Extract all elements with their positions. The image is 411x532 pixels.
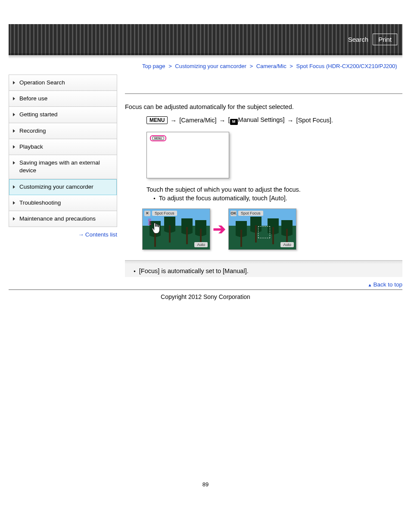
menu-path: MENU [Camera/Mic] [MManual Settings] [Sp… bbox=[146, 116, 402, 124]
sidebar-item-label: Maintenance and precautions bbox=[19, 215, 96, 222]
sidebar-item-label: Getting started bbox=[19, 111, 58, 118]
divider bbox=[125, 93, 402, 94]
main-content: Focus can be adjusted automatically for … bbox=[125, 75, 402, 288]
back-to-top-link[interactable]: ▲Back to top bbox=[125, 281, 402, 288]
sidebar-item-recording[interactable]: Recording bbox=[9, 123, 117, 139]
sidebar-item-customizing[interactable]: Customizing your camcorder bbox=[9, 179, 117, 195]
breadcrumb-category-1[interactable]: Customizing your camcorder bbox=[175, 63, 246, 69]
sidebar-item-getting-started[interactable]: Getting started bbox=[9, 107, 117, 123]
touch-burst-icon: ≡≡ bbox=[148, 218, 151, 226]
sidebar-item-playback[interactable]: Playback bbox=[9, 139, 117, 155]
sidebar-item-before-use[interactable]: Before use bbox=[9, 91, 117, 107]
note-text: [Focus] is automatically set to [Manual]… bbox=[134, 268, 398, 274]
copyright-text: Copyright 2012 Sony Corporation bbox=[9, 293, 402, 300]
sidebar-item-label: Recording bbox=[19, 128, 46, 134]
page-number: 89 bbox=[9, 481, 402, 488]
arrow-right-icon bbox=[219, 117, 226, 124]
back-to-top-label: Back to top bbox=[373, 281, 402, 288]
auto-button-label: Auto bbox=[194, 242, 208, 247]
illustration-after: OK Spot Focus Auto bbox=[228, 208, 296, 250]
breadcrumb-sep: > bbox=[248, 63, 255, 69]
spot-focus-label: Spot Focus bbox=[152, 211, 177, 216]
header-banner: Search Print bbox=[9, 24, 402, 55]
arrow-right-icon: → bbox=[78, 231, 84, 238]
arrow-right-icon bbox=[287, 117, 294, 124]
instruction-text: Touch the subject of which you want to a… bbox=[146, 186, 402, 193]
path-spot-focus: [Spot Focus]. bbox=[296, 117, 333, 124]
sidebar-item-label: Operation Search bbox=[19, 79, 65, 86]
arrow-right-large-icon: ➔ bbox=[213, 221, 226, 237]
sidebar-item-label: Playback bbox=[19, 143, 43, 150]
contents-list-link[interactable]: →Contents list bbox=[9, 231, 117, 238]
instruction-bullet: To adjust the focus automatically, touch… bbox=[153, 195, 402, 202]
auto-button-label: Auto bbox=[280, 242, 294, 247]
sidebar-item-operation-search[interactable]: Operation Search bbox=[9, 75, 117, 91]
menu-box-icon: MENU bbox=[146, 116, 168, 124]
notes-section: [Focus] is automatically set to [Manual]… bbox=[125, 260, 402, 277]
search-link[interactable]: Search bbox=[348, 36, 369, 43]
menu-highlight-icon: MENU bbox=[150, 135, 166, 141]
sidebar-item-label: Saving images with an external device bbox=[19, 159, 100, 174]
intro-text: Focus can be adjusted automatically for … bbox=[125, 103, 402, 110]
focus-frame-icon bbox=[258, 226, 270, 238]
sidebar-item-label: Customizing your camcorder bbox=[19, 184, 93, 190]
illustration-before: ✕ Spot Focus ≡≡ Auto bbox=[142, 208, 210, 250]
arrow-right-icon bbox=[170, 117, 177, 124]
breadcrumb-current: Spot Focus (HDR-CX200/CX210/PJ200) bbox=[296, 63, 397, 69]
close-icon: ✕ bbox=[144, 211, 150, 216]
path-manual-settings: [MManual Settings] bbox=[228, 116, 285, 124]
contents-list-label: Contents list bbox=[85, 231, 117, 238]
sidebar-item-label: Troubleshooting bbox=[19, 199, 61, 206]
path-camera-mic: [Camera/Mic] bbox=[179, 117, 216, 124]
screen-illustration: MENU bbox=[146, 132, 229, 178]
sidebar-item-saving-images[interactable]: Saving images with an external device bbox=[9, 155, 117, 179]
breadcrumb-category-2[interactable]: Camera/Mic bbox=[256, 63, 286, 69]
sidebar-nav: Operation Search Before use Getting star… bbox=[9, 75, 117, 227]
breadcrumb: Top page > Customizing your camcorder > … bbox=[142, 63, 402, 69]
print-button[interactable]: Print bbox=[373, 34, 397, 45]
hand-cursor-icon bbox=[151, 222, 162, 235]
ok-icon: OK bbox=[230, 211, 237, 216]
sidebar-item-maintenance[interactable]: Maintenance and precautions bbox=[9, 211, 117, 227]
manual-settings-icon: M bbox=[230, 119, 238, 125]
breadcrumb-top[interactable]: Top page bbox=[142, 63, 165, 69]
breadcrumb-sep: > bbox=[167, 63, 174, 69]
illustration-row: ✕ Spot Focus ≡≡ Auto ➔ OK Spot Focus bbox=[142, 208, 402, 250]
sidebar-item-label: Before use bbox=[19, 95, 47, 102]
breadcrumb-sep: > bbox=[288, 63, 295, 69]
spot-focus-label: Spot Focus bbox=[238, 211, 263, 216]
triangle-up-icon: ▲ bbox=[368, 283, 372, 287]
sidebar-item-troubleshooting[interactable]: Troubleshooting bbox=[9, 195, 117, 211]
footer-divider bbox=[9, 289, 402, 290]
